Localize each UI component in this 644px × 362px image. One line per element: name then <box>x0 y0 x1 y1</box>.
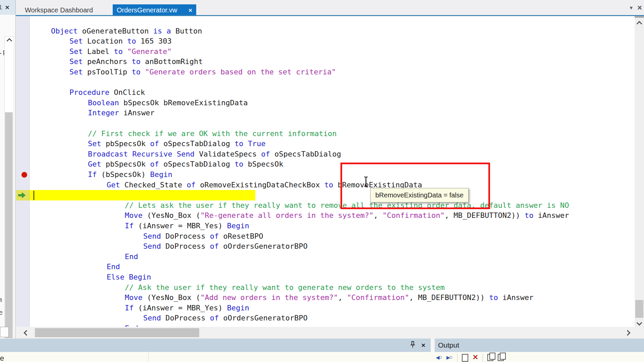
code-line[interactable]: If (bSpecsOk) Begin <box>16 170 635 180</box>
tab-ordersgenerator[interactable]: OrdersGenerator.vw × <box>113 4 196 16</box>
code-token: "Confirmation" <box>382 211 444 220</box>
code-token: // Lets ask the user if they really want… <box>125 201 569 209</box>
chevron-up-icon <box>6 38 12 44</box>
code-line[interactable]: Object oGenerateButton is a Button <box>16 26 635 37</box>
code-line[interactable]: Set peAnchors to anBottomRight <box>16 57 635 67</box>
code-token: "Re-generate all orders in the system?" <box>200 211 374 220</box>
code-line[interactable] <box>16 118 635 129</box>
ibeam-cursor <box>364 176 368 188</box>
code-token: of <box>261 150 270 158</box>
code-line[interactable]: // First check if we are OK with the cur… <box>16 129 635 139</box>
code-line[interactable]: Get Checked_State of oRemoveExistingData… <box>16 180 635 190</box>
code-area[interactable]: Object oGenerateButton is a ButtonSet Lo… <box>16 26 635 327</box>
code-line[interactable]: Move (YesNo_Box ("Re-generate all orders… <box>16 210 635 221</box>
code-token: bSpecsOk bRemoveExistingData <box>119 99 248 107</box>
scroll-right-button[interactable] <box>622 327 633 339</box>
scrollbar-thumb[interactable] <box>5 112 13 338</box>
code-token: Begin <box>227 222 249 230</box>
scrollbar-thumb[interactable] <box>635 300 643 318</box>
previous-message-icon[interactable]: ◀○ <box>436 354 442 361</box>
clear-all-icon[interactable] <box>462 354 468 362</box>
bottom-panel-header[interactable]: × <box>0 339 431 352</box>
debug-value-tooltip: bRemoveExistingData = false <box>370 188 469 202</box>
code-token: Move <box>125 293 143 302</box>
code-token: // First check if we are OK with the cur… <box>88 129 337 138</box>
code-token: oSpecsTabDialog <box>270 150 341 158</box>
code-token: a <box>166 27 171 35</box>
close-icon[interactable]: × <box>5 3 9 11</box>
code-token: oSpecsTabDialog <box>159 139 234 148</box>
code-token <box>172 150 177 158</box>
close-icon[interactable]: × <box>421 342 425 349</box>
left-window-tab-stub[interactable]: 1 × <box>0 0 16 15</box>
code-line[interactable]: Set pbSpecsOk of oSpecsTabDialog to True <box>16 139 635 149</box>
code-line[interactable]: Set Label to "Generate" <box>16 47 635 57</box>
code-line[interactable]: // Lets ask the user if they really want… <box>16 200 635 211</box>
tab-workspace-dashboard[interactable]: Workspace Dashboard <box>20 4 98 16</box>
code-token: (iAnswer = MBR_Yes) <box>134 304 227 312</box>
scroll-left-button[interactable] <box>21 327 32 339</box>
code-line[interactable]: // Ask the user if they really want to g… <box>16 283 635 293</box>
code-token: to <box>114 47 123 56</box>
code-token <box>123 47 127 56</box>
left-panel-scrollbar[interactable] <box>4 36 14 339</box>
close-icon[interactable]: × <box>189 7 192 14</box>
chevron-down-icon[interactable]: ▾ <box>630 4 633 11</box>
horizontal-scrollbar[interactable] <box>16 327 635 339</box>
code-token: Begin <box>227 304 249 312</box>
code-line[interactable]: Move (YesNo_Box ("Add new orders in the … <box>16 293 635 303</box>
close-icon[interactable]: × <box>637 3 642 12</box>
current-line-highlight <box>30 190 255 200</box>
divider <box>457 354 458 362</box>
code-line[interactable]: Else Begin <box>16 272 635 283</box>
code-token: to <box>131 68 141 76</box>
code-line[interactable]: Send DoProcess of oOrdersGeneratorBPO <box>16 313 635 323</box>
code-line[interactable]: Send DoProcess of oResetBPO <box>16 231 635 242</box>
code-token: If <box>88 170 97 179</box>
code-line[interactable]: Set psToolTip to "Generate orders based … <box>16 67 635 77</box>
code-token: of <box>210 242 219 250</box>
code-token: psToolTip <box>83 68 132 76</box>
scroll-up-button[interactable] <box>5 37 14 45</box>
code-line[interactable] <box>16 77 635 88</box>
code-line[interactable]: Get pbSpecsOk of oSpecsTabDialog to bSpe… <box>16 159 635 170</box>
code-token <box>128 150 132 158</box>
divider <box>148 352 149 362</box>
copy-icon[interactable] <box>487 354 493 361</box>
code-line[interactable]: If (iAnswer = MBR_Yes) Begin <box>16 303 635 313</box>
code-token: of <box>150 139 159 148</box>
code-token: "Confirmation" <box>347 293 409 302</box>
scroll-up-button[interactable] <box>635 19 644 29</box>
code-editor[interactable]: Object oGenerateButton is a ButtonSet Lo… <box>16 16 635 327</box>
code-line[interactable]: End <box>16 323 635 327</box>
code-token: to <box>489 293 498 302</box>
next-message-icon[interactable]: ▶○ <box>446 354 452 361</box>
code-line[interactable]: Boolean bSpecsOk bRemoveExistingData <box>16 98 635 108</box>
scrollbar-thumb[interactable] <box>35 328 199 337</box>
code-line[interactable]: Set Location to 165 303 <box>16 36 635 47</box>
ide-window: 1 × Workspace Dashboard OrdersGenerator.… <box>0 0 644 362</box>
scrollbar-cap <box>635 16 644 18</box>
code-line[interactable]: End <box>16 252 635 262</box>
code-token: ValidateSpecs <box>195 150 261 158</box>
code-token: Else <box>107 273 124 281</box>
code-line[interactable]: If (iAnswer = MBR_Yes) Begin <box>16 221 635 231</box>
tabbar-controls: ▾ × <box>630 0 642 15</box>
code-line[interactable]: End <box>16 262 635 272</box>
code-line[interactable]: Send DoProcess of oOrdersGeneratorBPO <box>16 241 635 252</box>
code-token: Broadcast <box>88 150 128 158</box>
output-panel-header[interactable]: Output <box>435 339 644 352</box>
vertical-scrollbar[interactable] <box>635 16 644 327</box>
code-token: (YesNo_Box ( <box>143 293 200 302</box>
chevron-left-icon <box>24 330 30 336</box>
code-token: , <box>338 293 347 302</box>
copy-icon[interactable] <box>498 354 504 361</box>
breakpoint-dot[interactable] <box>21 172 27 178</box>
code-line[interactable]: Integer iAnswer <box>16 108 635 118</box>
scroll-down-button[interactable] <box>635 318 644 328</box>
code-line[interactable]: Broadcast Recursive Send ValidateSpecs o… <box>16 149 635 160</box>
delete-icon[interactable]: ✕ <box>473 354 479 361</box>
pin-icon[interactable] <box>410 341 415 350</box>
code-line[interactable]: Procedure OnClick <box>16 87 635 98</box>
code-token: Set <box>69 68 83 76</box>
